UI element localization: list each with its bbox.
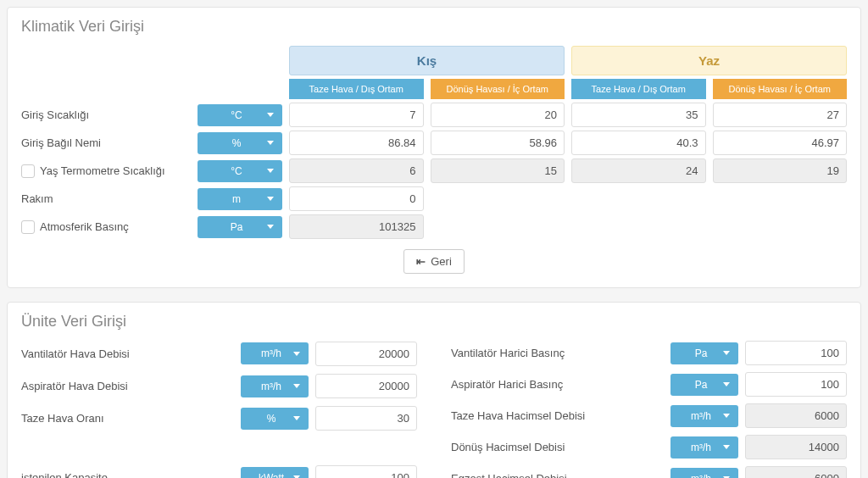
fresh-vol-unit[interactable]: m³/h: [670, 405, 738, 427]
chevron-down-icon: [267, 141, 274, 145]
fresh-ratio-unit[interactable]: %: [241, 408, 309, 430]
wet-bulb-summer-return[interactable]: [713, 158, 848, 183]
rel-humidity-label: Giriş Bağıl Nemi: [21, 136, 191, 149]
rel-humidity-summer-fresh[interactable]: [571, 131, 706, 155]
unit-title: Ünite Veri Girişi: [21, 313, 847, 331]
chevron-down-icon: [267, 225, 274, 229]
climate-panel: Klimatik Veri Girişi Kış Yaz Taze Hava /…: [7, 7, 861, 288]
inlet-temp-summer-fresh[interactable]: [571, 103, 706, 127]
fan-flow-input[interactable]: [315, 342, 417, 366]
chevron-down-icon: [723, 382, 730, 386]
capacity-label: istenilen Kapasite: [21, 471, 234, 478]
subheader-summer-return: Dönüş Havası / İç Ortam: [713, 79, 848, 99]
fan-ext-p-label: Vantilatör Harici Basınç: [451, 347, 664, 359]
chevron-down-icon: [267, 113, 274, 117]
wet-bulb-summer-fresh[interactable]: [571, 158, 706, 183]
season-winter: Kış: [289, 46, 565, 75]
rel-humidity-unit[interactable]: %: [198, 132, 282, 154]
pressure-input[interactable]: [289, 214, 424, 239]
asp-ext-p-label: Aspiratör Harici Basınç: [451, 378, 664, 391]
inlet-temp-winter-return[interactable]: [431, 103, 565, 127]
fresh-vol-input[interactable]: [745, 403, 847, 428]
chevron-down-icon: [293, 352, 300, 356]
wet-bulb-label: Yaş Termometre Sıcaklığı: [21, 164, 191, 178]
exhaust-vol-label: Egzost Hacimsel Debisi: [451, 472, 664, 478]
fan-flow-label: Vantilatör Hava Debisi: [21, 347, 234, 360]
wet-bulb-winter-return[interactable]: [431, 158, 565, 183]
pressure-unit[interactable]: Pa: [198, 216, 282, 238]
wet-bulb-unit[interactable]: °C: [198, 160, 282, 182]
wet-bulb-checkbox[interactable]: [21, 164, 35, 178]
fan-ext-p-input[interactable]: [745, 341, 847, 365]
subheader-winter-fresh: Taze Hava / Dış Ortam: [289, 79, 424, 99]
unit-panel: Ünite Veri Girişi Vantilatör Hava Debisi…: [7, 302, 861, 478]
chevron-down-icon: [267, 197, 274, 201]
chevron-down-icon: [293, 416, 300, 420]
inlet-temp-winter-fresh[interactable]: [289, 103, 424, 127]
chevron-down-icon: [267, 169, 274, 173]
chevron-down-icon: [293, 384, 300, 388]
back-icon: ⇤: [416, 255, 426, 268]
inlet-temp-label: Giriş Sıcaklığı: [21, 108, 191, 121]
fan-flow-unit[interactable]: m³/h: [241, 342, 309, 364]
subheader-summer-fresh: Taze Hava / Dış Ortam: [571, 79, 706, 99]
chevron-down-icon: [723, 351, 730, 355]
fresh-ratio-input[interactable]: [315, 406, 417, 431]
asp-flow-label: Aspiratör Hava Debisi: [21, 380, 234, 392]
fresh-ratio-label: Taze Hava Oranı: [21, 412, 234, 425]
altitude-unit[interactable]: m: [198, 188, 282, 210]
chevron-down-icon: [723, 414, 730, 418]
exhaust-vol-unit[interactable]: m³/h: [670, 468, 738, 479]
asp-flow-input[interactable]: [315, 374, 417, 398]
altitude-label: Rakım: [21, 192, 191, 205]
return-vol-unit[interactable]: m³/h: [670, 436, 738, 459]
back-button[interactable]: ⇤ Geri: [403, 249, 465, 274]
fan-ext-p-unit[interactable]: Pa: [670, 342, 738, 364]
subheader-winter-return: Dönüş Havası / İç Ortam: [431, 79, 565, 99]
pressure-label: Atmosferik Basınç: [21, 220, 191, 234]
climate-title: Klimatik Veri Girişi: [21, 18, 847, 36]
exhaust-vol-input[interactable]: [745, 466, 847, 478]
rel-humidity-summer-return[interactable]: [713, 131, 848, 155]
return-vol-label: Dönüş Hacimsel Debisi: [451, 441, 664, 453]
season-summer: Yaz: [571, 46, 847, 75]
pressure-checkbox[interactable]: [21, 220, 35, 234]
asp-ext-p-input[interactable]: [745, 372, 847, 397]
inlet-temp-unit[interactable]: °C: [198, 104, 282, 126]
rel-humidity-winter-fresh[interactable]: [289, 131, 424, 155]
capacity-unit[interactable]: kWatt: [241, 467, 309, 478]
asp-flow-unit[interactable]: m³/h: [241, 375, 309, 397]
rel-humidity-winter-return[interactable]: [431, 131, 565, 155]
altitude-input[interactable]: [289, 186, 424, 211]
wet-bulb-winter-fresh[interactable]: [289, 158, 424, 183]
return-vol-input[interactable]: [745, 435, 847, 459]
capacity-input[interactable]: [315, 465, 417, 478]
asp-ext-p-unit[interactable]: Pa: [670, 374, 738, 396]
chevron-down-icon: [723, 445, 730, 449]
fresh-vol-label: Taze Hava Hacimsel Debisi: [451, 409, 664, 422]
inlet-temp-summer-return[interactable]: [713, 103, 848, 127]
